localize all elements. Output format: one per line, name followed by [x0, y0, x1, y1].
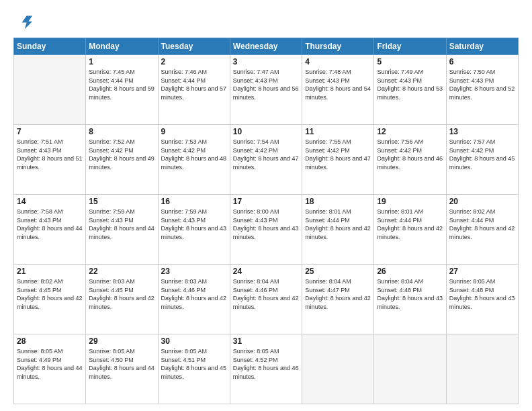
calendar-cell: 30Sunrise: 8:05 AMSunset: 4:51 PMDayligh…	[158, 334, 230, 404]
calendar-cell: 3Sunrise: 7:47 AMSunset: 4:43 PMDaylight…	[230, 55, 302, 125]
logo	[13, 12, 35, 31]
calendar-cell: 10Sunrise: 7:54 AMSunset: 4:42 PMDayligh…	[230, 125, 302, 195]
cell-info: Sunrise: 7:59 AMSunset: 4:43 PMDaylight:…	[89, 208, 154, 241]
day-number: 13	[449, 127, 515, 136]
day-number: 24	[233, 267, 299, 276]
cell-info: Sunrise: 7:52 AMSunset: 4:42 PMDaylight:…	[89, 138, 154, 171]
cell-info: Sunrise: 7:58 AMSunset: 4:43 PMDaylight:…	[17, 208, 83, 241]
weekday-header: Sunday	[14, 38, 86, 55]
calendar-week-row: 21Sunrise: 8:02 AMSunset: 4:45 PMDayligh…	[14, 265, 519, 334]
cell-info: Sunrise: 8:04 AMSunset: 4:47 PMDaylight:…	[305, 277, 371, 311]
cell-info: Sunrise: 8:01 AMSunset: 4:44 PMDaylight:…	[305, 208, 371, 241]
day-number: 27	[449, 267, 515, 276]
svg-marker-0	[22, 16, 32, 30]
cell-info: Sunrise: 7:59 AMSunset: 4:43 PMDaylight:…	[161, 208, 227, 241]
cell-info: Sunrise: 8:03 AMSunset: 4:45 PMDaylight:…	[89, 277, 154, 311]
cell-info: Sunrise: 7:48 AMSunset: 4:43 PMDaylight:…	[305, 68, 371, 101]
weekday-header: Monday	[86, 38, 158, 55]
cell-info: Sunrise: 8:04 AMSunset: 4:48 PMDaylight:…	[377, 277, 443, 311]
day-number: 6	[449, 57, 515, 66]
calendar-cell: 9Sunrise: 7:53 AMSunset: 4:42 PMDaylight…	[158, 125, 230, 195]
calendar-cell: 16Sunrise: 7:59 AMSunset: 4:43 PMDayligh…	[158, 195, 230, 265]
cell-info: Sunrise: 8:04 AMSunset: 4:46 PMDaylight:…	[233, 277, 299, 311]
cell-info: Sunrise: 8:02 AMSunset: 4:44 PMDaylight:…	[449, 208, 515, 241]
day-number: 4	[305, 57, 371, 66]
calendar-cell: 14Sunrise: 7:58 AMSunset: 4:43 PMDayligh…	[14, 195, 86, 265]
cell-info: Sunrise: 7:49 AMSunset: 4:43 PMDaylight:…	[377, 68, 443, 101]
calendar-cell: 11Sunrise: 7:55 AMSunset: 4:42 PMDayligh…	[302, 125, 374, 195]
calendar-cell: 12Sunrise: 7:56 AMSunset: 4:42 PMDayligh…	[374, 125, 446, 195]
day-number: 20	[449, 197, 515, 206]
calendar-cell	[14, 55, 86, 125]
day-number: 28	[17, 336, 83, 346]
day-number: 25	[305, 267, 371, 276]
calendar-cell: 13Sunrise: 7:57 AMSunset: 4:42 PMDayligh…	[446, 125, 518, 195]
calendar-cell: 4Sunrise: 7:48 AMSunset: 4:43 PMDaylight…	[302, 55, 374, 125]
calendar-week-row: 14Sunrise: 7:58 AMSunset: 4:43 PMDayligh…	[14, 195, 519, 265]
cell-info: Sunrise: 8:01 AMSunset: 4:44 PMDaylight:…	[377, 208, 443, 241]
day-number: 29	[89, 336, 154, 346]
calendar-cell: 23Sunrise: 8:03 AMSunset: 4:46 PMDayligh…	[158, 265, 230, 334]
day-number: 10	[233, 127, 299, 136]
calendar-cell: 5Sunrise: 7:49 AMSunset: 4:43 PMDaylight…	[374, 55, 446, 125]
cell-info: Sunrise: 8:03 AMSunset: 4:46 PMDaylight:…	[161, 277, 227, 311]
day-number: 19	[377, 197, 443, 206]
calendar-cell: 24Sunrise: 8:04 AMSunset: 4:46 PMDayligh…	[230, 265, 302, 334]
day-number: 5	[377, 57, 443, 66]
day-number: 14	[17, 197, 83, 206]
cell-info: Sunrise: 8:05 AMSunset: 4:52 PMDaylight:…	[233, 347, 299, 381]
calendar-cell: 27Sunrise: 8:05 AMSunset: 4:48 PMDayligh…	[446, 265, 518, 334]
calendar-cell: 8Sunrise: 7:52 AMSunset: 4:42 PMDaylight…	[86, 125, 158, 195]
day-number: 31	[233, 336, 299, 346]
calendar-cell: 1Sunrise: 7:45 AMSunset: 4:44 PMDaylight…	[86, 55, 158, 125]
calendar-cell: 28Sunrise: 8:05 AMSunset: 4:49 PMDayligh…	[14, 334, 86, 404]
calendar-cell: 2Sunrise: 7:46 AMSunset: 4:44 PMDaylight…	[158, 55, 230, 125]
calendar-week-row: 7Sunrise: 7:51 AMSunset: 4:43 PMDaylight…	[14, 125, 519, 195]
day-number: 1	[89, 57, 154, 66]
calendar-cell: 31Sunrise: 8:05 AMSunset: 4:52 PMDayligh…	[230, 334, 302, 404]
day-number: 11	[305, 127, 371, 136]
calendar-cell: 20Sunrise: 8:02 AMSunset: 4:44 PMDayligh…	[446, 195, 518, 265]
calendar-week-row: 28Sunrise: 8:05 AMSunset: 4:49 PMDayligh…	[14, 334, 519, 404]
calendar-body: 1Sunrise: 7:45 AMSunset: 4:44 PMDaylight…	[14, 55, 519, 404]
day-number: 17	[233, 197, 299, 206]
cell-info: Sunrise: 8:05 AMSunset: 4:50 PMDaylight:…	[89, 347, 154, 381]
day-number: 16	[161, 197, 227, 206]
cell-info: Sunrise: 7:45 AMSunset: 4:44 PMDaylight:…	[89, 68, 154, 101]
calendar-cell: 6Sunrise: 7:50 AMSunset: 4:43 PMDaylight…	[446, 55, 518, 125]
page: SundayMondayTuesdayWednesdayThursdayFrid…	[0, 0, 532, 411]
calendar-cell: 29Sunrise: 8:05 AMSunset: 4:50 PMDayligh…	[86, 334, 158, 404]
calendar-cell: 17Sunrise: 8:00 AMSunset: 4:43 PMDayligh…	[230, 195, 302, 265]
calendar-cell	[446, 334, 518, 404]
calendar-cell: 15Sunrise: 7:59 AMSunset: 4:43 PMDayligh…	[86, 195, 158, 265]
cell-info: Sunrise: 8:05 AMSunset: 4:49 PMDaylight:…	[17, 347, 83, 381]
calendar-cell: 18Sunrise: 8:01 AMSunset: 4:44 PMDayligh…	[302, 195, 374, 265]
calendar-cell: 7Sunrise: 7:51 AMSunset: 4:43 PMDaylight…	[14, 125, 86, 195]
cell-info: Sunrise: 8:02 AMSunset: 4:45 PMDaylight:…	[17, 277, 83, 311]
calendar-cell: 22Sunrise: 8:03 AMSunset: 4:45 PMDayligh…	[86, 265, 158, 334]
cell-info: Sunrise: 7:47 AMSunset: 4:43 PMDaylight:…	[233, 68, 299, 101]
cell-info: Sunrise: 7:53 AMSunset: 4:42 PMDaylight:…	[161, 138, 227, 171]
cell-info: Sunrise: 7:50 AMSunset: 4:43 PMDaylight:…	[449, 68, 515, 101]
day-number: 26	[377, 267, 443, 276]
weekday-header-row: SundayMondayTuesdayWednesdayThursdayFrid…	[14, 38, 519, 55]
weekday-header: Tuesday	[158, 38, 230, 55]
header	[13, 12, 519, 31]
calendar-cell: 26Sunrise: 8:04 AMSunset: 4:48 PMDayligh…	[374, 265, 446, 334]
cell-info: Sunrise: 7:57 AMSunset: 4:42 PMDaylight:…	[449, 138, 515, 171]
day-number: 30	[161, 336, 227, 346]
cell-info: Sunrise: 7:56 AMSunset: 4:42 PMDaylight:…	[377, 138, 443, 171]
day-number: 12	[377, 127, 443, 136]
cell-info: Sunrise: 8:00 AMSunset: 4:43 PMDaylight:…	[233, 208, 299, 241]
day-number: 8	[89, 127, 154, 136]
calendar-cell: 21Sunrise: 8:02 AMSunset: 4:45 PMDayligh…	[14, 265, 86, 334]
weekday-header: Friday	[374, 38, 446, 55]
cell-info: Sunrise: 7:54 AMSunset: 4:42 PMDaylight:…	[233, 138, 299, 171]
weekday-header: Thursday	[302, 38, 374, 55]
cell-info: Sunrise: 8:05 AMSunset: 4:51 PMDaylight:…	[161, 347, 227, 381]
weekday-header: Saturday	[446, 38, 518, 55]
day-number: 18	[305, 197, 371, 206]
calendar-cell	[302, 334, 374, 404]
day-number: 23	[161, 267, 227, 276]
cell-info: Sunrise: 7:51 AMSunset: 4:43 PMDaylight:…	[17, 138, 83, 171]
